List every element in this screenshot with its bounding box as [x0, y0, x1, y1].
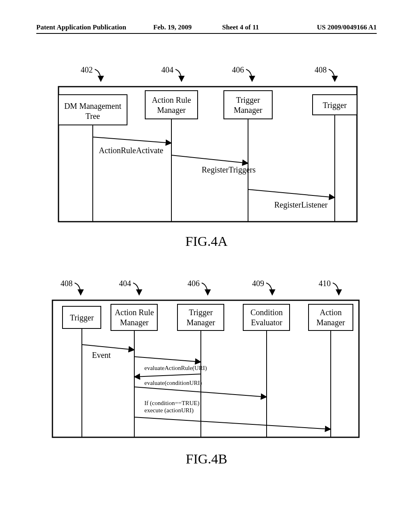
ref-406: 406 — [232, 65, 252, 81]
ref-410-b: 410 — [319, 279, 339, 295]
svg-text:Manager: Manager — [316, 318, 345, 327]
box-dm-management-tree: DM Management Tree — [58, 95, 127, 125]
svg-text:408: 408 — [60, 279, 73, 288]
svg-text:If (condition==TRUE): If (condition==TRUE) — [144, 400, 199, 407]
svg-text:Trigger: Trigger — [323, 101, 347, 110]
svg-text:404: 404 — [119, 279, 131, 288]
svg-text:execute (actionURI): execute (actionURI) — [144, 407, 194, 414]
svg-text:Tree: Tree — [86, 112, 100, 121]
svg-text:406: 406 — [232, 65, 244, 74]
box-trigger-a: Trigger — [313, 95, 357, 115]
ref-408-b: 408 — [60, 279, 81, 295]
box-trigger-manager-a: Trigger Manager — [224, 91, 272, 119]
svg-text:408: 408 — [315, 65, 327, 74]
figure-4b-caption: FIG.4B — [186, 451, 227, 466]
msg-registertriggers: RegisterTriggers — [171, 155, 256, 175]
box-action-manager: Action Manager — [309, 304, 353, 330]
svg-rect-7 — [145, 91, 198, 119]
svg-text:RegisterListener: RegisterListener — [274, 200, 328, 210]
svg-text:Manager: Manager — [120, 318, 148, 327]
ref-408: 408 — [315, 65, 335, 81]
svg-line-49 — [134, 417, 331, 429]
figure-4b: 408 404 406 409 410 Trigger Action Rul — [0, 266, 413, 476]
box-action-rule-manager-a: Action Rule Manager — [145, 91, 198, 119]
msg-registerlistener: RegisterListener — [248, 189, 335, 210]
svg-text:Manager: Manager — [157, 106, 186, 115]
ref-402: 402 — [81, 65, 101, 81]
svg-line-44 — [134, 374, 201, 377]
msg-event: Event — [82, 345, 134, 360]
ref-404-b: 404 — [119, 279, 139, 295]
svg-text:Trigger: Trigger — [236, 96, 260, 105]
svg-text:Action Rule: Action Rule — [152, 96, 191, 104]
header-publication: Patent Application Publication — [36, 23, 138, 31]
box-condition-evaluator: Condition Evaluator — [243, 304, 290, 330]
svg-text:Manager: Manager — [234, 106, 262, 115]
svg-line-15 — [93, 137, 171, 143]
svg-line-17 — [171, 155, 248, 163]
svg-line-19 — [248, 189, 335, 197]
svg-text:Trigger: Trigger — [70, 313, 94, 322]
figure-4a: 402 404 406 408 DM Management Tree Actio… — [0, 52, 413, 254]
svg-line-42 — [134, 357, 201, 362]
ref-404: 404 — [161, 65, 181, 81]
msg-execute-actionuri: If (condition==TRUE) execute (actionURI) — [134, 400, 331, 429]
box-trigger-manager-b: Trigger Manager — [177, 304, 224, 330]
svg-text:Action Rule: Action Rule — [115, 308, 154, 317]
ref-409-b: 409 — [252, 279, 272, 295]
ref-406-b: 406 — [188, 279, 208, 295]
svg-text:Manager: Manager — [186, 318, 215, 327]
box-trigger-b: Trigger — [63, 306, 101, 328]
msg-evaluateactionrule: evaluateActionRule(URI) — [134, 357, 207, 372]
svg-text:410: 410 — [319, 279, 331, 288]
figure-4a-caption: FIG.4A — [186, 234, 228, 249]
page-header: Patent Application Publication Feb. 19, … — [36, 23, 377, 34]
svg-text:ActionRuleActivate: ActionRuleActivate — [99, 146, 163, 155]
svg-text:Evaluator: Evaluator — [251, 318, 282, 327]
svg-text:DM Management: DM Management — [64, 102, 121, 111]
svg-line-40 — [82, 345, 134, 350]
svg-text:Event: Event — [92, 351, 111, 360]
header-pubno: US 2009/0049166 A1 — [275, 23, 377, 31]
svg-text:Trigger: Trigger — [189, 308, 213, 317]
header-date: Feb. 19, 2009 — [138, 23, 206, 31]
svg-rect-10 — [224, 91, 272, 119]
svg-text:402: 402 — [81, 65, 93, 74]
box-action-rule-manager-b: Action Rule Manager — [111, 304, 157, 330]
svg-text:RegisterTriggers: RegisterTriggers — [202, 165, 256, 175]
svg-text:404: 404 — [161, 65, 173, 74]
svg-text:evaluateActionRule(URI): evaluateActionRule(URI) — [144, 365, 207, 372]
svg-text:406: 406 — [188, 279, 200, 288]
svg-text:409: 409 — [252, 279, 264, 288]
svg-text:evaluate(conditionURI): evaluate(conditionURI) — [144, 380, 202, 387]
msg-actionruleactivate: ActionRuleActivate — [93, 137, 171, 155]
svg-text:Action: Action — [320, 308, 342, 317]
page: Patent Application Publication Feb. 19, … — [0, 0, 413, 532]
svg-text:Condition: Condition — [250, 308, 283, 317]
header-sheet: Sheet 4 of 11 — [206, 23, 275, 31]
